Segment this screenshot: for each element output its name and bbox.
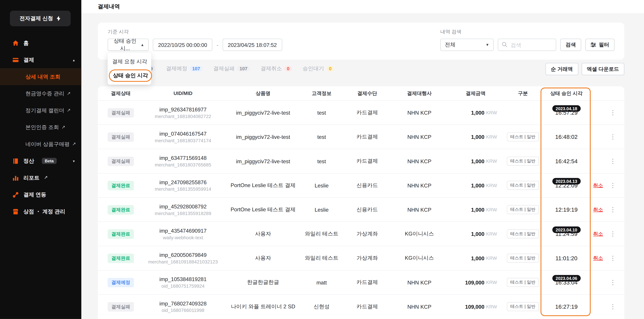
table-row[interactable]: 결제예정imp_105384819281oid_1680751759924한글한… <box>98 270 624 294</box>
base-time-filter-group: 기준 시각 상태 승인 시... ▲ 2022/10/25 00:00:00 -… <box>108 28 282 51</box>
time-text: 16:48:02 <box>555 134 578 140</box>
sidebar-item-payment[interactable]: 결제▴ <box>0 51 82 68</box>
amount-value: 1,000 <box>471 207 484 213</box>
sidebar-subitem-label: 네이버 상품구매평 <box>26 140 70 148</box>
history-search-label: 내역 검색 <box>440 28 614 35</box>
status-badge: 결제예정 <box>108 278 134 287</box>
time-type-value: 상태 승인 시... <box>112 38 138 52</box>
table-actions: 순 거래액 엑셀 다운로드 <box>546 63 624 75</box>
cell-uid-mid: imp_620050679849merchant_168109188421032… <box>139 252 227 264</box>
history-search-group: 내역 검색 전체 ▼ 검색 <box>440 28 614 51</box>
kebab-menu-icon[interactable]: ⋮ <box>610 230 616 237</box>
uid-text: imp_247098255876 <box>160 179 206 185</box>
amount-value: 1,000 <box>471 134 484 140</box>
currency-label: KRW <box>486 183 497 188</box>
cell-method: 카드결제 <box>344 133 390 141</box>
sidebar-subitem-naver-review[interactable]: 네이버 상품구매평↗ <box>0 136 82 153</box>
mid-text: merchant_1681804082722 <box>155 114 211 119</box>
category-badge: 테스트 | 일반 <box>507 157 539 166</box>
cell-method: 가상계좌 <box>344 230 390 237</box>
cell-amount: 1,000KRW <box>448 182 503 188</box>
sidebar-item-store-account[interactable]: 상점 ・ 계정 관리 <box>0 203 82 220</box>
cell-actions: ⋮ <box>606 109 620 116</box>
table-row[interactable]: 결제완료imp_452928008792merchant_16813559182… <box>98 197 624 221</box>
mid-text: merchant_1681355959914 <box>155 187 211 191</box>
e-payment-apply-button[interactable]: 전자결제 신청 <box>10 11 70 26</box>
tab-scheduled[interactable]: 결제예정107 <box>166 65 203 73</box>
filter-card: 기준 시각 상태 승인 시... ▲ 2022/10/25 00:00:00 -… <box>98 23 624 60</box>
amount-value: 109,000 <box>465 303 484 310</box>
time-type-option-1[interactable]: 결제 요청 시각 <box>108 55 151 69</box>
uid-text: imp_435474690917 <box>160 228 206 234</box>
sidebar-item-label: 결제 연동 <box>23 191 46 198</box>
time-type-dropdown[interactable]: 상태 승인 시... ▲ <box>108 39 149 51</box>
sidebar-item-integration[interactable]: 결제 연동 <box>0 186 82 203</box>
table-row[interactable]: 결제실패imp_768027409328oid_1680766011998나이키… <box>98 294 624 318</box>
filter-button-label: 필터 <box>599 41 609 48</box>
cell-category: 테스트 | 일반 <box>503 229 543 238</box>
table-row[interactable]: 결제실패imp_926347816977merchant_16818040827… <box>98 100 624 124</box>
cell-product: im_piggyciv72-live-test <box>227 110 299 116</box>
table-row[interactable]: 결제실패imp_074046167547merchant_16818037741… <box>98 125 624 149</box>
tab-failed[interactable]: 결제실패107 <box>213 65 250 73</box>
tab-count: 107 <box>190 66 203 72</box>
cell-customer: test <box>299 134 344 140</box>
kebab-menu-icon[interactable]: ⋮ <box>610 279 616 286</box>
net-amount-button[interactable]: 순 거래액 <box>546 63 578 75</box>
cell-pg: NHN KCP <box>390 110 448 116</box>
cell-category: 테스트 | 일반 <box>503 157 543 166</box>
card-icon <box>12 57 19 63</box>
table-row[interactable]: 결제실패imp_634771569148merchant_16818037656… <box>98 149 624 173</box>
date-to-input[interactable]: 2023/04/25 18:07:52 <box>222 39 282 51</box>
kebab-menu-icon[interactable]: ⋮ <box>610 206 616 213</box>
cell-actions: ⋮ <box>606 230 620 237</box>
table-row[interactable]: 결제완료imp_435474690917waily-webhook-text사용… <box>98 221 624 246</box>
sidebar-item-home[interactable]: 홈 <box>0 35 82 52</box>
home-icon <box>12 40 19 46</box>
kebab-menu-icon[interactable]: ⋮ <box>610 157 616 165</box>
base-time-label: 기준 시각 <box>108 28 282 35</box>
time-type-option-2[interactable]: 상태 승인 시각 <box>108 69 151 83</box>
kebab-menu-icon[interactable]: ⋮ <box>610 303 616 310</box>
cell-approved-time: 2023.04.1312:22:09 <box>543 182 590 189</box>
sidebar-item-label: 상점 ・ 계정 관리 <box>23 208 65 215</box>
tab-pending[interactable]: 승인대기0 <box>303 65 334 73</box>
cell-pg: NHN KCP <box>390 279 448 285</box>
cancel-link[interactable]: 취소 <box>593 230 603 237</box>
cell-uid-mid: imp_452928008792merchant_1681355918289 <box>139 203 227 216</box>
cell-method: 카드결제 <box>344 303 390 310</box>
search-button[interactable]: 검색 <box>560 39 581 51</box>
search-category-select[interactable]: 전체 ▼ <box>440 39 494 51</box>
mid-text: oid_1680751759924 <box>162 284 204 288</box>
cell-approved-time: 2023.04.1816:57:29 <box>543 109 590 116</box>
sidebar-subitem-detail-history[interactable]: 상세 내역 조회 <box>0 68 82 85</box>
cell-customer: 신현성 <box>299 303 344 310</box>
status-badge: 결제완료 <box>108 253 134 263</box>
kebab-menu-icon[interactable]: ⋮ <box>610 182 616 189</box>
table-body: 결제실패imp_926347816977merchant_16818040827… <box>98 100 624 318</box>
currency-label: KRW <box>486 110 497 115</box>
table-row[interactable]: 결제완료imp_620050679849merchant_16810918842… <box>98 246 624 270</box>
filter-button[interactable]: 필터 <box>585 39 614 51</box>
cancel-link[interactable]: 취소 <box>593 182 603 189</box>
cancel-link[interactable]: 취소 <box>593 255 603 262</box>
external-link-icon: ↗ <box>67 91 70 96</box>
excel-download-button[interactable]: 엑셀 다운로드 <box>582 63 624 75</box>
tab-cancelled[interactable]: 결제취소0 <box>260 65 292 73</box>
column-header-6: 결제대행사 <box>390 90 448 97</box>
kebab-menu-icon[interactable]: ⋮ <box>610 109 616 116</box>
kebab-menu-icon[interactable]: ⋮ <box>610 254 616 262</box>
category-badge: 테스트 | 일반 <box>507 205 539 214</box>
table-row[interactable]: 결제완료imp_247098255876merchant_16813559599… <box>98 173 624 197</box>
app-root: 전자결제 신청 홈결제▴상세 내역 조회현금영수증 관리↗정기결제 캘린더↗본인… <box>0 0 644 319</box>
uid-text: imp_926347816977 <box>160 107 206 113</box>
sidebar-item-report[interactable]: 리포트↗ <box>0 169 82 186</box>
sidebar-subitem-identity-check[interactable]: 본인인증 조회↗ <box>0 119 82 136</box>
sidebar-item-settlement[interactable]: 정산Beta▾ <box>0 153 82 169</box>
cell-actions: ⋮ <box>606 303 620 310</box>
cancel-link[interactable]: 취소 <box>593 206 603 213</box>
sidebar-subitem-cash-receipt[interactable]: 현금영수증 관리↗ <box>0 85 82 102</box>
sidebar-subitem-subscription-calendar[interactable]: 정기결제 캘린더↗ <box>0 102 82 119</box>
date-from-input[interactable]: 2022/10/25 00:00:00 <box>153 39 212 51</box>
kebab-menu-icon[interactable]: ⋮ <box>610 133 616 141</box>
